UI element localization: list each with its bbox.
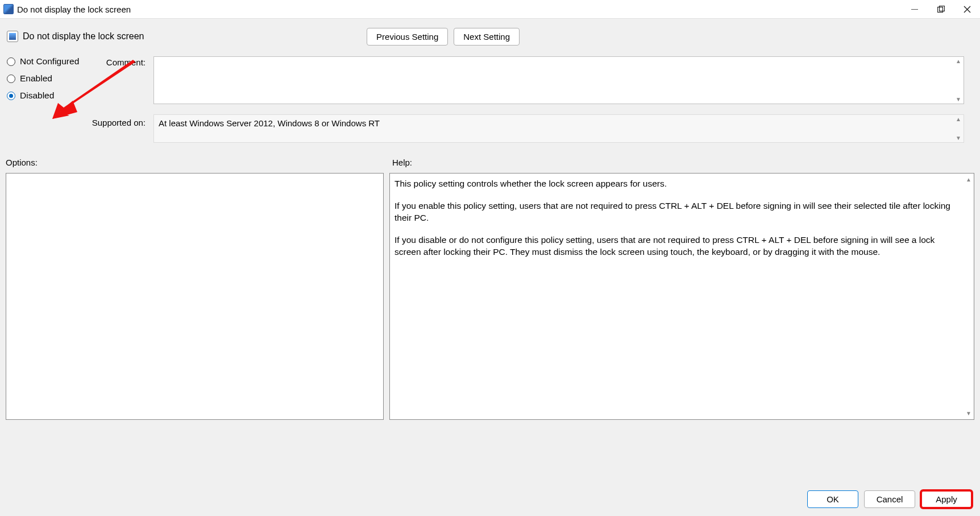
scroll-down-icon: ▼ (956, 135, 961, 141)
help-paragraph: If you enable this policy setting, users… (395, 200, 961, 224)
svg-line-3 (964, 6, 970, 13)
supported-on-box: At least Windows Server 2012, Windows 8 … (153, 114, 964, 143)
scroll-up-icon: ▲ (966, 176, 971, 184)
radio-not-configured[interactable]: Not Configured (7, 56, 91, 67)
dialog-footer: OK Cancel Apply (807, 490, 972, 508)
supported-scrollbar[interactable]: ▲▼ (954, 116, 962, 141)
help-paragraph: This policy setting controls whether the… (395, 178, 961, 190)
radio-label: Enabled (20, 73, 52, 84)
comment-label: Comment: (91, 56, 153, 67)
maximize-button[interactable] (928, 0, 954, 18)
state-radio-group: Not Configured Enabled Disabled (6, 56, 91, 101)
options-panel (6, 173, 384, 420)
close-button[interactable] (954, 0, 980, 18)
next-setting-button[interactable]: Next Setting (454, 28, 520, 46)
minimize-button[interactable] (902, 0, 928, 18)
comment-scrollbar[interactable]: ▲▼ (954, 58, 962, 102)
radio-icon (7, 92, 15, 100)
app-icon (3, 4, 14, 14)
radio-icon (7, 57, 15, 66)
help-paragraph: If you disable or do not configure this … (395, 234, 961, 258)
help-scrollbar[interactable]: ▲▼ (965, 176, 973, 417)
svg-rect-0 (937, 7, 942, 12)
cancel-button[interactable]: Cancel (864, 490, 915, 508)
radio-disabled[interactable]: Disabled (7, 90, 91, 101)
ok-button[interactable]: OK (807, 490, 858, 508)
scroll-up-icon: ▲ (956, 116, 961, 122)
svg-line-2 (964, 6, 970, 13)
policy-name: Do not display the lock screen (23, 31, 144, 42)
radio-label: Disabled (20, 90, 54, 101)
radio-icon (7, 75, 15, 83)
policy-icon (7, 31, 18, 42)
comment-textarea[interactable]: ▲▼ (153, 56, 964, 104)
supported-on-label: Supported on: (91, 110, 153, 143)
options-label: Options: (6, 158, 387, 167)
help-panel: This policy setting controls whether the… (389, 173, 974, 420)
title-bar: Do not display the lock screen (0, 0, 980, 18)
supported-on-value: At least Windows Server 2012, Windows 8 … (159, 118, 380, 128)
policy-header-row: Do not display the lock screen Previous … (6, 24, 974, 48)
svg-rect-1 (939, 6, 944, 11)
scroll-down-icon: ▼ (956, 96, 961, 102)
help-label: Help: (392, 158, 974, 167)
apply-button[interactable]: Apply (921, 490, 972, 508)
radio-label: Not Configured (20, 56, 79, 67)
scroll-up-icon: ▲ (956, 58, 961, 64)
window-title: Do not display the lock screen (17, 5, 131, 14)
previous-setting-button[interactable]: Previous Setting (367, 28, 448, 46)
scroll-down-icon: ▼ (966, 410, 971, 418)
content-area: Do not display the lock screen Previous … (0, 18, 980, 516)
radio-enabled[interactable]: Enabled (7, 73, 91, 84)
